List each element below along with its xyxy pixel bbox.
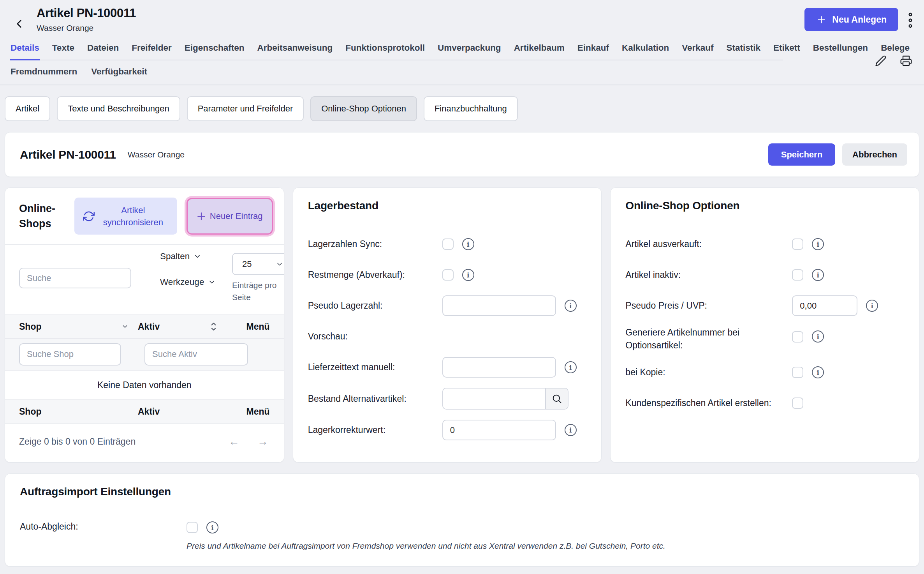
shop-options-title: Online-Shop Optionen (625, 200, 904, 212)
page-size-select[interactable]: 25 (232, 253, 284, 275)
sort-desc-icon[interactable] (121, 323, 128, 330)
chevron-down-icon (208, 278, 216, 286)
tab-verkauf[interactable]: Verkauf (681, 39, 714, 60)
page-size-value: 25 (242, 259, 252, 269)
detail-header-card: Artikel PN-100011 Wasser Orange Speicher… (5, 132, 919, 177)
sync-articles-label: Artikel synchronisieren (98, 204, 169, 228)
tab-artikelbaum[interactable]: Artikelbaum (514, 39, 565, 60)
kundenspezifischen-artikel-checkbox[interactable] (792, 397, 803, 409)
field-label: Bestand Alternativartikel: (308, 392, 442, 405)
tab-freifelder[interactable]: Freifelder (131, 39, 172, 60)
tab-arbeitsanweisung[interactable]: Arbeitsanweisung (257, 39, 333, 60)
detail-title: Artikel PN-100011 (20, 148, 116, 161)
cancel-button[interactable]: Abbrechen (842, 143, 907, 166)
auto-abgleich-note: Preis und Artikelname bei Auftragsimport… (187, 541, 665, 551)
field-label: Restmenge (Abverkauf): (308, 268, 442, 281)
tabs-area: Details Texte Dateien Freifelder Eigensc… (0, 39, 924, 85)
info-icon[interactable]: i (565, 424, 577, 436)
bestand-alternativartikel-input[interactable] (443, 389, 545, 409)
tab-fremdnummern[interactable]: Fremdnummern (10, 60, 77, 85)
next-page-arrow-icon[interactable]: → (257, 435, 268, 448)
back-button[interactable] (10, 15, 28, 33)
plus-icon (195, 210, 207, 222)
info-icon[interactable]: i (812, 366, 824, 378)
kebab-menu-button[interactable] (908, 12, 913, 28)
tab-funktionsprotokoll[interactable]: Funktionsprotokoll (345, 39, 425, 60)
info-icon[interactable]: i (812, 330, 824, 343)
tab-bestellungen[interactable]: Bestellungen (813, 39, 868, 60)
filter-shop-input[interactable] (19, 343, 121, 366)
auto-abgleich-checkbox[interactable] (187, 522, 198, 533)
search-icon (551, 393, 562, 404)
field-label: Generiere Artikelnummer bei Optionsartik… (625, 326, 792, 352)
restmenge-checkbox[interactable] (442, 269, 454, 281)
lieferzeittext-input[interactable] (442, 357, 556, 378)
info-icon[interactable]: i (866, 300, 878, 312)
chevron-left-icon (12, 17, 26, 30)
table-footer-header-row: Shop Aktiv Menü (5, 399, 284, 424)
stock-panel-title: Lagerbestand (308, 200, 587, 212)
pill-artikel[interactable]: Artikel (5, 96, 50, 121)
columns-dropdown[interactable]: Spalten (160, 251, 201, 261)
prev-page-arrow-icon[interactable]: ← (229, 435, 239, 448)
tab-eigenschaften[interactable]: Eigenschaften (184, 39, 245, 60)
pseudo-preis-input[interactable] (792, 295, 857, 316)
page-subtitle: Wasser Orange (37, 23, 136, 33)
online-shops-panel: Online-Shops Artikel synchronisieren Neu… (5, 187, 284, 463)
info-icon[interactable]: i (462, 269, 474, 281)
lagerkorrekturwert-input[interactable] (442, 420, 556, 440)
lagerzahlen-sync-checkbox[interactable] (442, 238, 454, 250)
tab-etikett[interactable]: Etikett (773, 39, 801, 60)
tools-dropdown[interactable]: Werkzeuge (160, 277, 216, 287)
pill-finanzbuchhaltung[interactable]: Finanzbuchhaltung (424, 96, 518, 121)
pill-texte-und-beschreibungen[interactable]: Texte und Beschreibungen (57, 96, 180, 121)
tab-dateien[interactable]: Dateien (87, 39, 119, 60)
field-label: Artikel ausverkauft: (625, 238, 792, 251)
tab-details[interactable]: Details (10, 39, 40, 60)
col-menu-label: Menü (235, 321, 270, 332)
info-icon[interactable]: i (462, 238, 474, 250)
entries-info: Zeige 0 bis 0 von 0 Einträgen (19, 436, 136, 447)
table-footer: Zeige 0 bis 0 von 0 Einträgen ← → (5, 424, 284, 459)
field-label: Artikel inaktiv: (625, 268, 792, 281)
field-label: Lieferzeittext manuell: (308, 361, 442, 374)
info-icon[interactable]: i (565, 361, 577, 373)
pseudo-lagerzahl-input[interactable] (442, 295, 556, 316)
title-block: Artikel PN-100011 Wasser Orange (37, 6, 136, 33)
save-button[interactable]: Speichern (768, 143, 835, 166)
order-import-panel: Auftragsimport Einstellungen Auto-Abglei… (5, 473, 919, 567)
artikel-ausverkauft-checkbox[interactable] (792, 238, 803, 250)
article-search-button[interactable] (545, 389, 568, 409)
tools-dropdown-label: Werkzeuge (160, 277, 204, 287)
tab-einkauf[interactable]: Einkauf (577, 39, 609, 60)
pill-parameter-und-freifelder[interactable]: Parameter und Freifelder (187, 96, 304, 121)
field-label: Pseudo Lagerzahl: (308, 299, 442, 312)
print-button[interactable] (900, 55, 912, 67)
info-icon[interactable]: i (206, 521, 218, 533)
info-icon[interactable]: i (565, 300, 577, 312)
table-filter-row (5, 339, 284, 371)
bei-kopie-checkbox[interactable] (792, 367, 803, 378)
printer-icon (900, 55, 912, 67)
new-create-button[interactable]: Neu Anlegen (804, 8, 898, 31)
page-size-caption: Einträge pro Seite (232, 279, 284, 303)
info-icon[interactable]: i (812, 238, 824, 250)
tab-verfuegbarkeit[interactable]: Verfügbarkeit (91, 60, 148, 85)
filter-aktiv-input[interactable] (144, 343, 248, 366)
topbar: Artikel PN-100011 Wasser Orange Neu Anle… (0, 0, 924, 39)
info-icon[interactable]: i (812, 269, 824, 281)
generiere-artikelnummer-checkbox[interactable] (792, 331, 803, 343)
tab-texte[interactable]: Texte (52, 39, 75, 60)
sort-updown-icon[interactable] (210, 321, 217, 332)
sync-articles-button[interactable]: Artikel synchronisieren (74, 198, 177, 235)
artikel-inaktiv-checkbox[interactable] (792, 269, 803, 281)
new-entry-button[interactable]: Neuer Eintrag (187, 198, 273, 235)
pill-online-shop-optionen[interactable]: Online-Shop Optionen (310, 96, 417, 121)
search-input[interactable] (19, 268, 131, 288)
tab-umverpackung[interactable]: Umverpackung (437, 39, 502, 60)
field-label: bei Kopie: (625, 366, 792, 379)
edit-button[interactable] (875, 55, 887, 67)
tab-kalkulation[interactable]: Kalkulation (621, 39, 669, 60)
tab-statistik[interactable]: Statistik (726, 39, 761, 60)
col-aktiv-label: Aktiv (138, 406, 160, 417)
